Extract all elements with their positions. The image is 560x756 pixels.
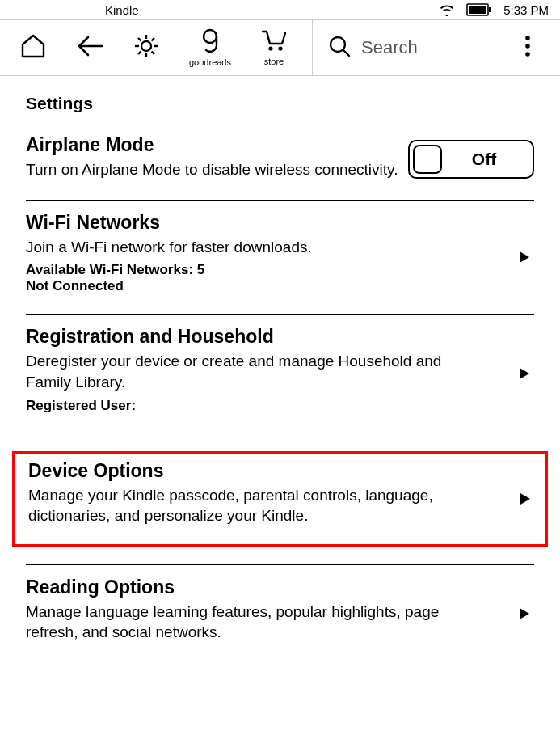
settings-button[interactable]: [133, 20, 160, 75]
setting-wifi[interactable]: Wi-Fi Networks Join a Wi-Fi network for …: [26, 201, 534, 315]
svg-line-11: [152, 52, 155, 55]
chevron-right-icon: [518, 366, 531, 381]
wifi-status-label: Not Connected: [26, 278, 534, 294]
wifi-title: Wi-Fi Networks: [26, 212, 534, 234]
kebab-menu-icon: [524, 35, 531, 61]
registration-desc: Deregister your device or create and man…: [26, 351, 534, 392]
airplane-toggle[interactable]: Off: [408, 140, 534, 179]
setting-airplane-mode: Airplane Mode Turn on Airplane Mode to d…: [26, 134, 534, 201]
svg-point-12: [204, 30, 217, 43]
airplane-title: Airplane Mode: [26, 134, 400, 156]
reading-desc: Manage language learning features, popul…: [26, 602, 534, 643]
page-title: Settings: [26, 94, 534, 113]
setting-device-options[interactable]: Device Options Manage your Kindle passco…: [12, 451, 548, 547]
home-button[interactable]: [19, 20, 47, 75]
chevron-right-icon: [518, 606, 531, 621]
settings-content: Settings Airplane Mode Turn on Airplane …: [0, 76, 560, 662]
back-arrow-icon: [76, 35, 103, 61]
wifi-available-label: Available Wi-Fi Networks: 5: [26, 262, 534, 278]
wifi-desc: Join a Wi-Fi network for faster download…: [26, 237, 534, 258]
svg-line-16: [343, 50, 349, 56]
svg-point-17: [525, 36, 530, 40]
svg-point-3: [141, 41, 151, 51]
menu-button[interactable]: [495, 20, 560, 75]
app-name-label: Kindle: [105, 3, 139, 17]
goodreads-label: goodreads: [189, 57, 231, 67]
reading-title: Reading Options: [26, 577, 534, 598]
airplane-desc: Turn on Airplane Mode to disable wireles…: [26, 159, 400, 180]
toolbar: goodreads store Search: [0, 19, 560, 76]
status-right: 5:33 PM: [439, 3, 549, 17]
goodreads-button[interactable]: goodreads: [189, 20, 231, 75]
svg-line-8: [138, 38, 141, 41]
back-button[interactable]: [76, 20, 103, 75]
svg-line-10: [138, 52, 141, 55]
search-button[interactable]: Search: [312, 20, 495, 75]
setting-reading-options[interactable]: Reading Options Manage language learning…: [26, 565, 534, 662]
chevron-right-icon: [518, 250, 531, 264]
goodreads-icon: [200, 28, 221, 56]
status-bar: Kindle 5:33 PM: [0, 0, 560, 19]
setting-registration[interactable]: Registration and Household Deregister yo…: [26, 315, 534, 433]
device-desc: Manage your Kindle passcode, parental co…: [28, 485, 532, 526]
home-icon: [19, 33, 47, 62]
clock-label: 5:33 PM: [503, 3, 549, 17]
wifi-icon: [439, 3, 455, 16]
toolbar-left: goodreads store: [0, 20, 312, 75]
cart-icon: [260, 29, 288, 55]
store-label: store: [264, 57, 284, 66]
svg-point-14: [278, 46, 282, 50]
svg-point-19: [525, 52, 530, 57]
svg-point-18: [525, 44, 530, 49]
svg-rect-1: [469, 6, 486, 14]
device-title: Device Options: [28, 460, 532, 482]
svg-line-9: [152, 38, 155, 41]
airplane-toggle-label: Off: [442, 150, 533, 169]
gear-icon: [133, 32, 160, 63]
registration-user-label: Registered User:: [26, 398, 534, 414]
toggle-knob: [413, 145, 442, 174]
registration-title: Registration and Household: [26, 326, 534, 348]
battery-icon: [466, 3, 492, 16]
chevron-right-icon: [519, 492, 532, 506]
search-icon: [327, 34, 352, 61]
svg-point-13: [268, 46, 272, 50]
svg-rect-2: [489, 7, 491, 12]
store-button[interactable]: store: [260, 20, 288, 75]
search-placeholder: Search: [361, 37, 418, 58]
